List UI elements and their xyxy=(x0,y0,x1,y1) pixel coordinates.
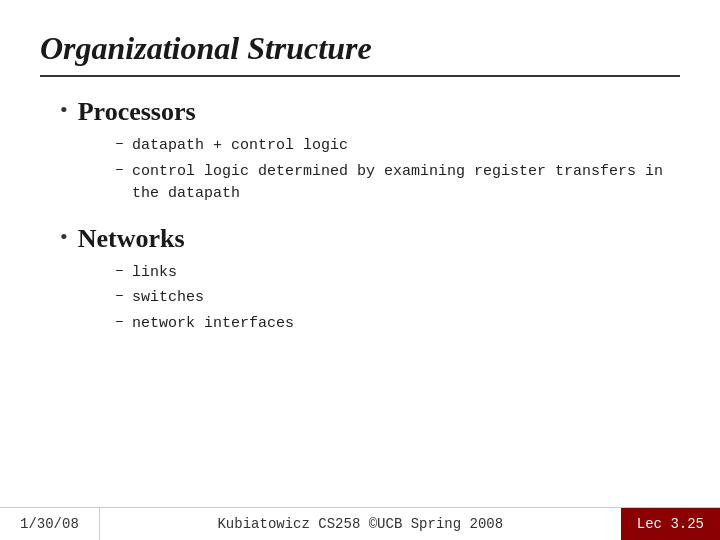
sub-item-text: network interfaces xyxy=(132,313,294,336)
sub-dash: – xyxy=(115,262,124,279)
bullet-dot-processors: • xyxy=(60,97,68,123)
slide-title: Organizational Structure xyxy=(40,30,680,67)
title-section: Organizational Structure xyxy=(40,30,680,77)
slide-footer: 1/30/08 Kubiatowicz CS258 ©UCB Spring 20… xyxy=(0,507,720,540)
networks-section: • Networks – links – switches – network … xyxy=(60,224,680,336)
networks-sub-items: – links – switches – network interfaces xyxy=(60,262,680,336)
slide-content: • Processors – datapath + control logic … xyxy=(40,97,680,335)
sub-item-text: links xyxy=(132,262,177,285)
processors-bullet: • Processors xyxy=(60,97,680,127)
list-item: – network interfaces xyxy=(115,313,680,336)
sub-dash: – xyxy=(115,287,124,304)
sub-item-text: datapath + control logic xyxy=(132,135,348,158)
networks-label: Networks xyxy=(78,224,185,254)
list-item: – links xyxy=(115,262,680,285)
processors-sub-items: – datapath + control logic – control log… xyxy=(60,135,680,206)
sub-item-text: control logic determined by examining re… xyxy=(132,161,680,206)
slide: Organizational Structure • Processors – … xyxy=(0,0,720,540)
bullet-dot-networks: • xyxy=(60,224,68,250)
list-item: – control logic determined by examining … xyxy=(115,161,680,206)
sub-dash: – xyxy=(115,135,124,152)
networks-bullet: • Networks xyxy=(60,224,680,254)
sub-item-text: switches xyxy=(132,287,204,310)
processors-section: • Processors – datapath + control logic … xyxy=(60,97,680,206)
list-item: – datapath + control logic xyxy=(115,135,680,158)
footer-center: Kubiatowicz CS258 ©UCB Spring 2008 xyxy=(100,508,621,540)
processors-label: Processors xyxy=(78,97,196,127)
footer-date: 1/30/08 xyxy=(0,508,100,540)
footer-lec: Lec 3.25 xyxy=(621,508,720,540)
sub-dash: – xyxy=(115,313,124,330)
sub-dash: – xyxy=(115,161,124,178)
list-item: – switches xyxy=(115,287,680,310)
